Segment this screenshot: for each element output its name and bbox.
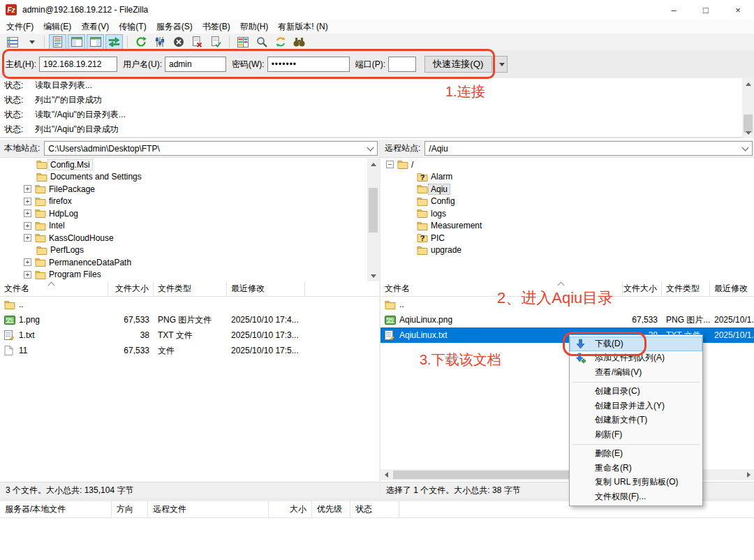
tree-item[interactable]: +Intel bbox=[0, 220, 379, 233]
menubar-item[interactable]: 编辑(E) bbox=[38, 20, 76, 34]
column-header[interactable]: 最近修改 bbox=[710, 281, 754, 296]
column-header[interactable]: 最近修改 bbox=[227, 281, 305, 296]
queue-column-header[interactable]: 状态 bbox=[350, 501, 399, 517]
toggle-message-log-button[interactable] bbox=[49, 34, 66, 50]
pane-splitter[interactable] bbox=[379, 140, 380, 498]
context-menu-item[interactable]: 刷新(F) bbox=[570, 427, 702, 442]
expand-icon[interactable]: + bbox=[24, 198, 31, 205]
tree-item[interactable]: logs bbox=[380, 207, 754, 220]
menubar-item[interactable]: 帮助(H) bbox=[235, 20, 274, 34]
scrollbar-thumb[interactable] bbox=[369, 188, 378, 233]
queue-column-header[interactable]: 服务器/本地文件 bbox=[0, 501, 112, 517]
context-menu-item[interactable]: 创建目录(C) bbox=[570, 385, 702, 399]
context-menu: 下载(D)添加文件到队列(A)查看/编辑(V)创建目录(C)创建目录并进入(Y)… bbox=[569, 334, 703, 506]
local-tree-scrollbar[interactable] bbox=[367, 159, 379, 281]
context-menu-item[interactable]: 重命名(R) bbox=[570, 461, 702, 476]
scroll-left-icon[interactable] bbox=[380, 469, 392, 480]
svg-text:PNG: PNG bbox=[6, 316, 14, 320]
synchronized-browsing-button[interactable] bbox=[272, 34, 289, 50]
toggle-transfer-queue-button[interactable] bbox=[105, 34, 123, 50]
queue-column-header[interactable]: 优先级 bbox=[312, 501, 350, 517]
toggle-local-tree-button[interactable] bbox=[68, 34, 85, 50]
directory-comparison-button[interactable] bbox=[234, 34, 251, 50]
tree-item[interactable]: Aqiu bbox=[380, 183, 754, 196]
menubar-item[interactable]: 有新版本! (N) bbox=[273, 20, 332, 34]
find-files-button[interactable] bbox=[290, 34, 308, 50]
collapse-icon[interactable]: − bbox=[386, 161, 394, 168]
disconnect-button[interactable] bbox=[188, 34, 206, 50]
context-menu-item[interactable]: 文件权限(F)... bbox=[570, 489, 702, 504]
menubar-item[interactable]: 服务器(S) bbox=[151, 20, 198, 34]
tree-item[interactable]: +HdpLog bbox=[0, 207, 379, 220]
column-header[interactable]: 文件大小 bbox=[623, 281, 662, 296]
local-path-combobox[interactable]: C:\Users\admin\Desktop\FTP\ bbox=[44, 141, 378, 156]
tree-item[interactable]: +PermanenceDataPath bbox=[0, 256, 379, 269]
tree-item[interactable]: −/ bbox=[380, 159, 754, 171]
menubar-item[interactable]: 文件(F) bbox=[1, 20, 38, 34]
site-manager-dropdown-button[interactable] bbox=[22, 34, 40, 50]
site-manager-button[interactable] bbox=[3, 34, 21, 50]
tree-item[interactable]: +FilePackage bbox=[0, 183, 379, 196]
column-header[interactable]: 文件大小 bbox=[108, 281, 154, 296]
context-menu-item[interactable]: 创建新文件(T) bbox=[570, 413, 702, 428]
queue-column-header[interactable]: 方向 bbox=[112, 501, 148, 517]
quickconnect-dropdown-button[interactable] bbox=[494, 56, 508, 73]
file-row[interactable]: PNGAqiuLinux.png67,533PNG 图片...2025/10/1… bbox=[380, 312, 754, 327]
filter-button[interactable] bbox=[253, 34, 270, 50]
file-row[interactable]: 1.txt38TXT 文件2025/10/10 17:3... bbox=[0, 327, 379, 343]
toggle-remote-tree-button[interactable] bbox=[87, 34, 104, 50]
tree-item[interactable]: Documents and Settings bbox=[0, 171, 379, 184]
scrollbar-thumb[interactable] bbox=[393, 471, 576, 479]
context-menu-item[interactable]: 查看/编辑(V) bbox=[570, 365, 702, 380]
file-row[interactable]: 1167,533文件2025/10/10 17:5... bbox=[0, 343, 379, 358]
local-site-bar: 本地站点: C:\Users\admin\Desktop\FTP\ bbox=[0, 140, 379, 158]
tree-item-label: firefox bbox=[47, 196, 74, 206]
queue-column-header[interactable]: 远程文件 bbox=[148, 501, 269, 517]
expand-icon[interactable]: + bbox=[24, 271, 31, 279]
tree-item[interactable]: PerfLogs bbox=[0, 244, 379, 257]
remote-path-combobox[interactable]: /Aqiu bbox=[424, 141, 753, 156]
tree-item[interactable]: ?PIC bbox=[380, 232, 754, 244]
expand-icon[interactable]: + bbox=[24, 258, 31, 266]
expand-icon[interactable]: + bbox=[24, 185, 31, 193]
scroll-down-icon[interactable] bbox=[742, 127, 754, 138]
scroll-down-icon[interactable] bbox=[367, 270, 379, 281]
tree-item[interactable]: ?Alarm bbox=[380, 171, 754, 184]
scroll-up-icon[interactable] bbox=[367, 159, 379, 170]
log-status-label: 状态: bbox=[4, 109, 31, 121]
menubar-item[interactable]: 传输(T) bbox=[114, 20, 151, 34]
cancel-button[interactable] bbox=[170, 34, 187, 50]
reconnect-button[interactable] bbox=[207, 34, 225, 50]
column-header[interactable]: 文件名 bbox=[0, 281, 108, 296]
context-menu-item[interactable]: 删除(E) bbox=[570, 447, 702, 462]
file-name: AqiuLinux.png bbox=[399, 315, 452, 325]
expand-icon[interactable]: + bbox=[24, 222, 31, 230]
menubar-item[interactable]: 书签(B) bbox=[198, 20, 235, 34]
tree-item[interactable]: Measurement bbox=[380, 220, 754, 233]
file-row[interactable]: PNG1.png67,533PNG 图片文件2025/10/10 17:4... bbox=[0, 312, 379, 327]
tree-item[interactable]: +firefox bbox=[0, 196, 379, 208]
remote-site-bar: 远程站点: /Aqiu bbox=[380, 140, 754, 158]
column-header[interactable]: 文件类型 bbox=[154, 281, 227, 296]
minimize-button[interactable]: – bbox=[658, 0, 690, 20]
log-scrollbar[interactable] bbox=[742, 78, 754, 138]
queue-column-header[interactable]: 大小 bbox=[269, 501, 312, 517]
tree-item[interactable]: +Program Files bbox=[0, 269, 379, 281]
tree-item[interactable]: +KassCloudHouse bbox=[0, 232, 379, 244]
tree-item[interactable]: upgrade bbox=[380, 244, 754, 257]
expand-icon[interactable]: + bbox=[24, 234, 31, 242]
menubar-item[interactable]: 查看(V) bbox=[76, 20, 114, 34]
tree-item[interactable]: Config bbox=[380, 196, 754, 208]
tree-item[interactable]: Config.Msi bbox=[0, 159, 379, 171]
scroll-up-icon[interactable] bbox=[742, 78, 754, 89]
scroll-right-icon[interactable] bbox=[743, 469, 754, 480]
refresh-button[interactable] bbox=[132, 34, 149, 50]
context-menu-item[interactable]: 创建目录并进入(Y) bbox=[570, 399, 702, 413]
close-button[interactable]: × bbox=[722, 0, 754, 20]
context-menu-item[interactable]: 复制 URL 到剪贴板(O) bbox=[570, 476, 702, 490]
maximize-button[interactable]: □ bbox=[690, 0, 722, 20]
column-header[interactable]: 文件类型 bbox=[662, 281, 710, 296]
file-row[interactable]: .. bbox=[0, 297, 379, 312]
process-queue-button[interactable] bbox=[151, 34, 168, 50]
expand-icon[interactable]: + bbox=[24, 209, 31, 217]
